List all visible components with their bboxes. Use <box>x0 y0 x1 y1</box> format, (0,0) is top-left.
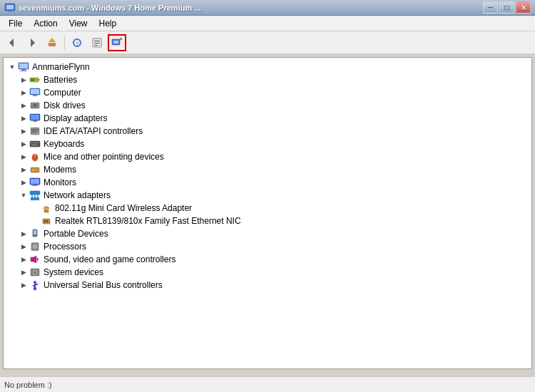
svg-point-62 <box>46 209 47 210</box>
svg-point-57 <box>36 197 39 200</box>
svg-rect-65 <box>46 220 46 222</box>
disk-icon <box>29 100 41 111</box>
back-button[interactable] <box>3 34 21 51</box>
processors-expander[interactable] <box>18 241 29 252</box>
monitors-expander[interactable] <box>18 177 29 188</box>
display-expander[interactable] <box>18 113 29 124</box>
svg-rect-2 <box>8 11 12 12</box>
network-label: Network adapters <box>44 190 111 200</box>
show-hidden-button[interactable]: ? <box>68 34 86 51</box>
svg-text:+: + <box>120 37 121 40</box>
sound-icon <box>29 254 41 265</box>
modems-expander[interactable] <box>18 164 29 175</box>
tree-item-processors[interactable]: Processors <box>4 240 531 253</box>
svg-rect-40 <box>35 143 36 143</box>
keyboard-expander[interactable] <box>18 138 29 150</box>
batteries-label: Batteries <box>44 75 77 85</box>
modem-icon <box>29 164 41 175</box>
app-icon <box>4 2 16 14</box>
usb-expander[interactable] <box>18 279 29 291</box>
forward-button[interactable] <box>23 34 41 51</box>
computer-label: Computer <box>44 88 81 98</box>
tree-root[interactable]: AnnmarieFlynn <box>4 61 531 73</box>
tree-item-mice[interactable]: Mice and other pointing devices <box>4 150 531 163</box>
tree-item-sound[interactable]: Sound, video and game controllers <box>4 253 531 266</box>
sound-expander[interactable] <box>18 254 29 265</box>
portable-expander[interactable] <box>18 228 29 239</box>
display-label: Display adapters <box>44 113 107 123</box>
svg-rect-31 <box>31 115 39 120</box>
svg-rect-18 <box>19 63 28 68</box>
portable-label: Portable Devices <box>44 229 108 239</box>
properties-button[interactable] <box>88 34 106 51</box>
svg-point-56 <box>34 197 36 200</box>
toolbar-separator-1 <box>64 36 65 50</box>
tree-item-batteries[interactable]: Batteries <box>4 73 531 86</box>
disk-expander[interactable] <box>18 100 29 111</box>
menu-file[interactable]: File <box>3 17 28 30</box>
svg-rect-41 <box>37 143 39 143</box>
svg-rect-78 <box>31 257 34 262</box>
wireless-label: 802.11g Mini Card Wireless Adapter <box>55 203 192 213</box>
back-icon <box>6 37 18 48</box>
menu-view[interactable]: View <box>63 17 93 30</box>
tree-item-portable[interactable]: Portable Devices <box>4 227 531 240</box>
tree-item-display[interactable]: Display adapters <box>4 112 531 125</box>
svg-rect-32 <box>33 120 37 122</box>
svg-rect-1 <box>6 5 14 9</box>
tree-item-ide[interactable]: IDE ATA/ATAPI controllers <box>4 125 531 138</box>
svg-point-29 <box>35 105 36 106</box>
root-expander[interactable] <box>6 61 18 73</box>
wireless-expander <box>29 202 41 214</box>
show-hidden-icon: ? <box>71 37 83 48</box>
mice-expander[interactable] <box>18 151 29 163</box>
svg-rect-34 <box>31 129 39 130</box>
title-bar: sevenmiums.com - Windows 7 Home Premium … <box>0 0 535 16</box>
properties-icon <box>91 37 103 48</box>
svg-marker-3 <box>9 38 14 47</box>
minimize-button[interactable]: ─ <box>483 1 498 14</box>
mice-label: Mice and other pointing devices <box>44 152 164 162</box>
device-tree-panel[interactable]: AnnmarieFlynn Batteries <box>3 57 532 369</box>
svg-point-47 <box>32 170 34 171</box>
tree-item-system[interactable]: System devices <box>4 266 531 279</box>
tree-item-monitors[interactable]: Monitors <box>4 176 531 189</box>
svg-rect-12 <box>94 45 98 46</box>
update-driver-button[interactable]: + <box>108 34 126 51</box>
forward-icon <box>26 37 38 48</box>
mouse-icon <box>29 151 41 163</box>
tree-item-modems[interactable]: Modems <box>4 163 531 176</box>
update-driver-icon: + <box>111 37 123 48</box>
system-icon <box>29 267 41 278</box>
svg-rect-68 <box>34 230 36 234</box>
system-expander[interactable] <box>18 267 29 278</box>
tree-item-network[interactable]: Network adapters <box>4 189 531 202</box>
svg-rect-14 <box>113 41 118 43</box>
tree-item-disk[interactable]: Disk drives <box>4 99 531 112</box>
ethernet-expander <box>29 215 41 227</box>
tree-item-wireless[interactable]: 802.11g Mini Card Wireless Adapter <box>4 202 531 215</box>
tree-item-computer[interactable]: Computer <box>4 86 531 99</box>
computer-expander[interactable] <box>18 87 29 98</box>
processors-label: Processors <box>44 242 86 252</box>
tree-item-usb[interactable]: Universal Serial Bus controllers <box>4 279 531 292</box>
ide-expander[interactable] <box>18 125 29 137</box>
close-button[interactable]: ✕ <box>516 1 531 14</box>
root-label: AnnmarieFlynn <box>32 62 90 72</box>
network-expander[interactable] <box>18 190 29 201</box>
usb-icon <box>29 279 41 291</box>
menu-help[interactable]: Help <box>93 17 123 30</box>
menu-action[interactable]: Action <box>28 17 63 30</box>
maximize-button[interactable]: □ <box>499 1 514 14</box>
tree-item-keyboard[interactable]: Keyboards <box>4 138 531 150</box>
svg-rect-86 <box>36 284 38 285</box>
svg-marker-4 <box>31 38 35 47</box>
modems-label: Modems <box>44 165 76 175</box>
up-button[interactable] <box>43 34 61 51</box>
batteries-expander[interactable] <box>18 74 29 86</box>
svg-rect-35 <box>31 130 39 131</box>
up-icon <box>46 37 58 48</box>
tree-item-ethernet[interactable]: Realtek RTL8139/810x Family Fast Etherne… <box>4 215 531 227</box>
system-label: System devices <box>44 267 103 277</box>
keyboard-label: Keyboards <box>44 139 84 149</box>
